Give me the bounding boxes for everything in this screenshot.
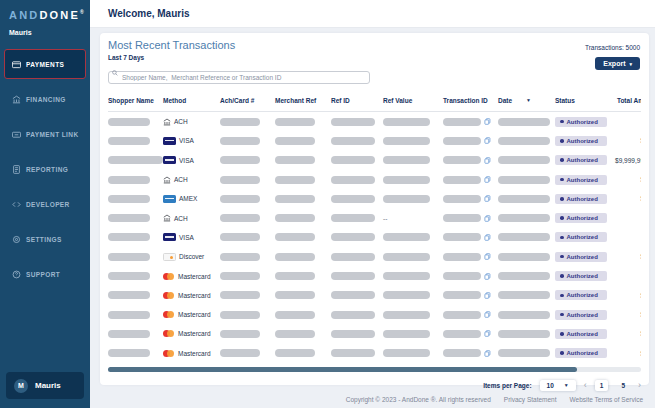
shopper-name-placeholder (108, 311, 150, 319)
sort-icon[interactable]: ▼ (526, 97, 531, 104)
merchant-ref-placeholder (275, 291, 315, 299)
status-text: Authorized (567, 254, 598, 260)
sidebar-item-payments[interactable]: PAYMENTS (4, 49, 86, 79)
column-header-date: Date▼ (498, 97, 555, 104)
copy-icon[interactable] (484, 195, 491, 202)
status-badge: Authorized (555, 310, 607, 320)
table-row[interactable]: MastercardAuthorized$ (108, 324, 641, 343)
date-placeholder (498, 156, 550, 164)
date-placeholder (498, 214, 550, 222)
table-row[interactable]: MastercardAuthorized$ (108, 286, 641, 305)
copy-icon[interactable] (484, 215, 491, 222)
copy-icon[interactable] (484, 330, 491, 337)
mastercard-icon (163, 272, 175, 280)
items-per-page-label: Items per Page: (483, 382, 531, 389)
total-amount: $ (611, 350, 641, 357)
status-text: Authorized (567, 157, 598, 163)
mastercard-icon (163, 349, 175, 357)
method-label: AMEX (179, 195, 197, 202)
profile-box[interactable]: M Mauris (6, 372, 84, 399)
column-header-status: Status (555, 97, 611, 104)
discover-icon (163, 253, 176, 261)
copy-icon[interactable] (484, 253, 491, 260)
total-amount: $ (611, 137, 641, 144)
copy-icon[interactable] (484, 311, 491, 318)
sidebar-item-developer[interactable]: DEVELOPER (4, 189, 86, 219)
table-row[interactable]: VISAAuthorized$9,999,99 (108, 151, 641, 170)
copy-icon[interactable] (484, 273, 491, 280)
ref-value-placeholder (383, 195, 430, 203)
table-row[interactable]: MastercardAuthorized$ (108, 344, 641, 363)
column-header-total-am: Total Am (611, 97, 641, 104)
table-row[interactable]: ACHAuthorized$ (108, 170, 641, 189)
table-row[interactable]: VISAAuthorized$ (108, 131, 641, 150)
scrollbar-thumb[interactable] (108, 367, 577, 372)
copy-icon[interactable] (484, 157, 491, 164)
copy-icon[interactable] (484, 176, 491, 183)
table-row[interactable]: DiscoverAuthorized$ (108, 247, 641, 266)
method-label: Mastercard (178, 273, 211, 280)
status-dot-icon (560, 236, 564, 240)
status-dot-icon (560, 313, 564, 317)
items-per-page-select[interactable]: 10▼ (540, 380, 576, 391)
copy-icon[interactable] (484, 234, 491, 241)
method-label: VISA (179, 157, 194, 164)
next-page-button[interactable]: › (638, 381, 641, 390)
export-button[interactable]: Export▾ (595, 57, 640, 70)
ach-card-placeholder (220, 176, 260, 184)
date-placeholder (498, 118, 550, 126)
status-dot-icon (560, 197, 564, 201)
horizontal-scrollbar[interactable] (108, 367, 641, 372)
ref-id-placeholder (331, 272, 375, 280)
privacy-statement-link[interactable]: Privacy Statement (504, 396, 557, 403)
panel-period: Last 7 Days (108, 54, 641, 61)
ach-card-placeholder (220, 137, 260, 145)
table-row[interactable]: ACHAuthorized (108, 112, 641, 131)
shopper-name-placeholder (108, 233, 150, 241)
table-row[interactable]: MastercardAuthorized$ (108, 305, 641, 324)
copy-icon[interactable] (484, 137, 491, 144)
sidebar-item-financing[interactable]: FINANCING (4, 84, 86, 114)
page-button-current[interactable]: 1 (595, 380, 609, 391)
transaction-id-placeholder (443, 253, 481, 261)
sidebar-item-payment-link[interactable]: PAYMENT LINK (4, 119, 86, 149)
date-placeholder (498, 311, 550, 319)
copy-icon[interactable] (484, 292, 491, 299)
status-badge: Authorized (555, 348, 607, 358)
sidebar-item-settings[interactable]: SETTINGS (4, 224, 86, 254)
merchant-ref-placeholder (275, 253, 315, 261)
status-text: Authorized (567, 119, 598, 125)
status-badge: Authorized (555, 213, 607, 223)
visa-icon (163, 137, 176, 145)
developer-icon (12, 195, 21, 213)
ref-value-empty: -- (383, 215, 387, 222)
status-text: Authorized (567, 312, 598, 318)
ach-card-placeholder (220, 156, 260, 164)
footer: Copyright © 2023 - AndDone ®. All rights… (346, 396, 643, 403)
page-button-last[interactable]: 5 (616, 380, 630, 391)
terms-of-service-link[interactable]: Website Terms of Service (570, 396, 643, 403)
table-row[interactable]: VISAAuthorized (108, 228, 641, 247)
ref-id-placeholder (331, 195, 375, 203)
table-row[interactable]: MastercardAuthorized (108, 266, 641, 285)
copy-icon[interactable] (484, 118, 491, 125)
table-row[interactable]: AMEXAuthorized$ (108, 189, 641, 208)
total-amount: $9,999,99 (611, 157, 641, 164)
prev-page-button[interactable]: ‹ (584, 381, 587, 390)
profile-name: Mauris (35, 381, 61, 390)
ref-value-placeholder (383, 156, 430, 164)
search-input[interactable] (108, 71, 370, 84)
logo-registered-mark: ® (80, 9, 84, 15)
ref-id-placeholder (331, 118, 375, 126)
merchant-ref-placeholder (275, 311, 315, 319)
transaction-id-placeholder (443, 195, 481, 203)
shopper-name-placeholder (108, 291, 150, 299)
status-dot-icon (560, 158, 564, 162)
date-placeholder (498, 195, 550, 203)
table-row[interactable]: ACH--Authorized (108, 208, 641, 227)
status-badge: Authorized (555, 194, 607, 204)
sidebar-item-support[interactable]: SUPPORT (4, 259, 86, 289)
copy-icon[interactable] (484, 350, 491, 357)
column-header-shopper-name: Shopper Name (108, 97, 163, 104)
sidebar-item-reporting[interactable]: REPORTING (4, 154, 86, 184)
